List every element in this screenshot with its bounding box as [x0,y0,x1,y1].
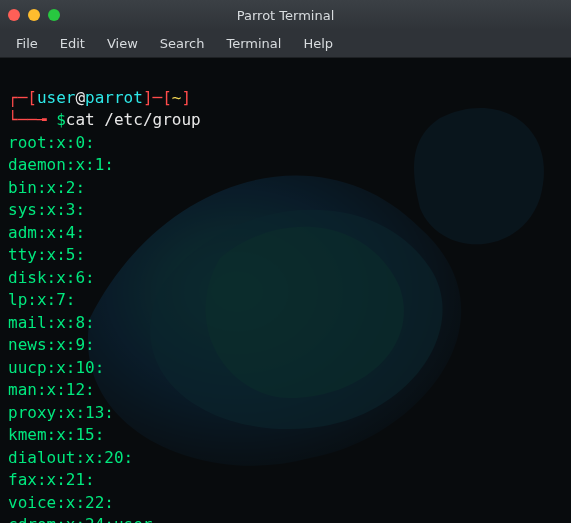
window-controls [8,9,60,21]
window-title: Parrot Terminal [0,8,571,23]
output-line: man:x:12: [8,380,95,399]
output-line: uucp:x:10: [8,358,104,377]
output-line: lp:x:7: [8,290,75,309]
output-line: mail:x:8: [8,313,95,332]
menu-search[interactable]: Search [150,32,215,55]
output-line: news:x:9: [8,335,95,354]
prompt-bracket: ┌─[ [8,88,37,107]
output-line: tty:x:5: [8,245,85,264]
output-line: dialout:x:20: [8,448,133,467]
close-window-button[interactable] [8,9,20,21]
output-line: proxy:x:13: [8,403,114,422]
terminal-area[interactable]: ┌─[user@parrot]─[~] └──╼ $cat /etc/group… [0,58,571,523]
output-line: daemon:x:1: [8,155,114,174]
prompt-bracket: ] [181,88,191,107]
command-text: cat /etc/group [66,110,201,129]
prompt-cwd: ~ [172,88,182,107]
prompt-host: parrot [85,88,143,107]
minimize-window-button[interactable] [28,9,40,21]
prompt-bracket: [ [162,88,172,107]
menu-edit[interactable]: Edit [50,32,95,55]
title-bar: Parrot Terminal [0,0,571,30]
output-line: cdrom:x:24:user [8,515,153,523]
menu-view[interactable]: View [97,32,148,55]
output-line: voice:x:22: [8,493,114,512]
maximize-window-button[interactable] [48,9,60,21]
output-line: kmem:x:15: [8,425,104,444]
terminal-content: ┌─[user@parrot]─[~] └──╼ $cat /etc/group… [0,58,571,523]
prompt-line2: └──╼ [8,110,56,129]
output-line: fax:x:21: [8,470,95,489]
prompt-bracket: ] [143,88,153,107]
prompt-dollar: $ [56,110,66,129]
prompt-user: user [37,88,76,107]
output-line: bin:x:2: [8,178,85,197]
menu-bar: File Edit View Search Terminal Help [0,30,571,58]
menu-terminal[interactable]: Terminal [216,32,291,55]
prompt-at: @ [75,88,85,107]
menu-file[interactable]: File [6,32,48,55]
menu-help[interactable]: Help [293,32,343,55]
output-line: disk:x:6: [8,268,95,287]
output-line: root:x:0: [8,133,95,152]
prompt-sep: ─ [153,88,163,107]
output-line: sys:x:3: [8,200,85,219]
output-line: adm:x:4: [8,223,85,242]
